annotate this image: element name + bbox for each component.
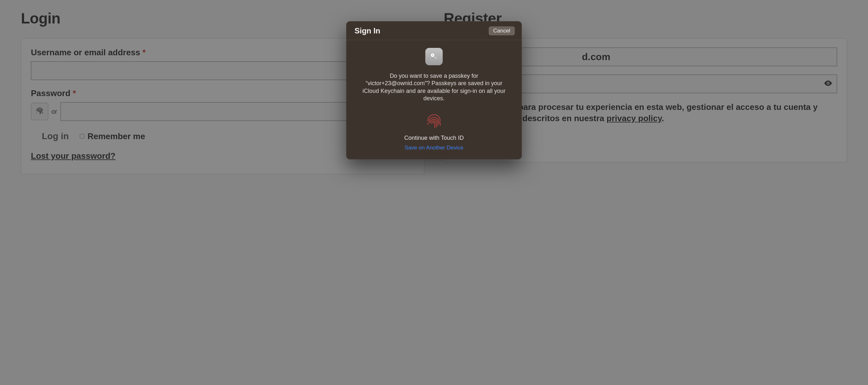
svg-point-2	[432, 55, 433, 56]
save-another-device-link[interactable]: Save on Another Device	[405, 145, 463, 151]
modal-body: Do you want to save a passkey for “victo…	[346, 40, 522, 160]
modal-header: Sign In Cancel	[346, 21, 522, 40]
key-icon	[425, 48, 443, 65]
modal-message: Do you want to save a passkey for “victo…	[360, 72, 508, 103]
touchid-icon[interactable]	[425, 111, 443, 130]
continue-touchid-label: Continue with Touch ID	[354, 135, 514, 141]
cancel-button[interactable]: Cancel	[489, 26, 515, 35]
modal-title: Sign In	[354, 26, 380, 35]
passkey-modal: Sign In Cancel Do you want to save a pas…	[346, 21, 522, 160]
